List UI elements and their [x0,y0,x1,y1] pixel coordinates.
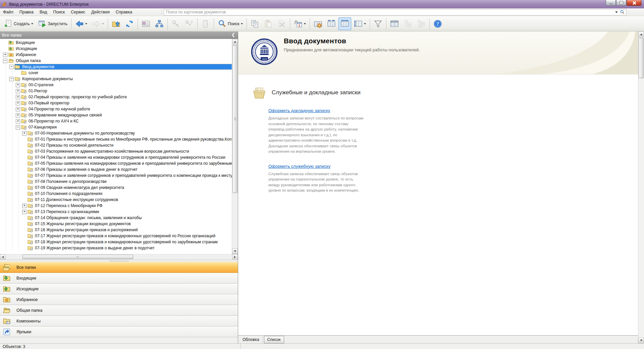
nav-item-4[interactable]: Избранное [0,294,238,305]
expander-plus-icon[interactable]: + [22,204,26,208]
scrollbar-track[interactable] [232,45,238,248]
copy-button[interactable] [249,17,261,30]
action-link-2[interactable]: Оформить служебную записку [268,164,330,169]
nav-item-5[interactable]: Общая папка [0,305,238,316]
tree-item[interactable]: 07-08 Положение о делопроизводстве [0,179,232,185]
tree-item-body[interactable]: Входящие [8,40,232,45]
tree-item-body[interactable]: 01-Ректор [21,88,232,94]
help-button[interactable]: ? [431,17,444,30]
tree-item[interactable]: −Ввод документов [0,64,232,70]
tree-item[interactable]: 07-03 Распоряжения по административно-хо… [0,148,232,154]
tree-item[interactable]: 07-10 Положения о подразделениях [0,191,232,197]
tree-item[interactable]: +03-Первый проректор [0,100,232,106]
tree-item-body[interactable]: 06-Проректор по АХЧ и КС [21,118,232,124]
run-button[interactable]: Запустить [36,17,70,30]
card-view-button[interactable] [140,17,152,30]
up-folder-button[interactable] [110,17,122,30]
fit-rows-button[interactable] [352,17,368,30]
dropdown-arrow-icon[interactable] [364,23,366,24]
orgchart-button[interactable] [153,17,166,30]
maximize-button[interactable] [616,0,626,6]
tree-item-body[interactable]: 07-17 Журнал регистрации приказов и кома… [28,233,232,239]
tree-item-body[interactable]: 07-10 Положения о подразделениях [28,191,232,196]
menu-item-1[interactable]: Файл [0,9,16,15]
tree-item[interactable]: 07-14 Обращения граждан: письма, заявлен… [0,215,232,221]
dropdown-arrow-icon[interactable] [304,23,306,24]
scrollbar-thumb[interactable] [639,38,644,78]
tree-item-body[interactable]: 07-03 Распоряжения по административно-хо… [28,149,232,154]
scroll-down-button[interactable] [638,338,644,343]
tree-item-body[interactable]: 07-07 Приказы и заявления сотрудников и … [28,173,232,178]
menu-item-7[interactable]: Справка [113,9,135,15]
menu-item-5[interactable]: Сервис [68,9,88,15]
expander-plus-icon[interactable]: + [3,53,7,57]
tree-item-body[interactable]: 07-11 Должностные инструкции сотрудников [28,197,232,202]
tree-item[interactable]: −Общая папка [0,58,232,64]
tree-item[interactable]: +02-Первый проректор, проректор по учебн… [0,94,232,100]
scrollbar-thumb[interactable] [22,255,133,259]
attach-calendar-button[interactable]: 1 [292,17,308,30]
tree-item-body[interactable]: 07-08 Положение о делопроизводстве [28,179,232,184]
tree-item[interactable]: −07-Канцелярия [0,124,232,130]
expander-plus-icon[interactable]: + [16,89,20,93]
dropdown-arrow-icon[interactable] [241,23,243,24]
dropdown-arrow-icon[interactable] [85,23,87,24]
menu-item-6[interactable]: Действия [88,9,113,15]
back-button[interactable] [73,17,89,30]
tree-item[interactable]: 07-02 Приказы по основной деятельности [0,142,232,148]
tree-item[interactable]: −Корпоративные документы [0,76,232,82]
expander-plus-icon[interactable]: + [16,113,20,117]
tree-item-body[interactable]: Избранное [8,52,232,57]
tree-item[interactable]: +04-Проректор по научной работе [0,106,232,112]
tab-cover[interactable]: Обложка [239,336,263,343]
search-button[interactable]: Поиск [216,17,245,30]
tree-item-body[interactable]: 07-19 Журнал регистрации приказов о выда… [28,245,232,251]
tree-item[interactable]: 07-01 Приказы и инструктивные письма из … [0,136,232,142]
scroll-up-button[interactable] [232,39,238,45]
menu-item-4[interactable]: Поиск [50,9,68,15]
tree-item-body[interactable]: Корпоративные документы [15,76,232,82]
tree-item[interactable]: 07-04 Приказы и заявления на командировк… [0,154,232,160]
tree-item[interactable]: Исходящие [0,46,232,52]
tree-item-body[interactable]: 07-Канцелярия [21,124,232,130]
tree-item[interactable]: Входящие [0,40,232,46]
nav-item-3[interactable]: Исходящие [0,284,238,294]
tree-item-body[interactable]: 07-02 Приказы по основной деятельности [28,143,232,148]
tree-item-body[interactable]: 07-16 Журналы регистрации приказов и рас… [28,227,232,233]
expander-minus-icon[interactable]: − [16,125,20,130]
scroll-left-button[interactable] [0,254,6,259]
tree-item-body[interactable]: 07-06 Приказы и заявления о выдаче денег… [28,167,232,172]
tree-item[interactable]: 07-06 Приказы и заявления о выдаче денег… [0,166,232,172]
tree-item[interactable]: +Избранное [0,52,232,58]
expander-minus-icon[interactable]: − [9,77,14,81]
scroll-down-button[interactable] [232,248,238,254]
tree-item-body[interactable]: 07-01 Приказы и инструктивные письма из … [28,137,232,142]
tree-item[interactable]: +00-Стратегия [0,82,232,88]
create-button[interactable]: Создать [2,17,35,30]
tree-item-body[interactable]: 07-00-Нормативные документы по делопроиз… [28,131,232,136]
expander-plus-icon[interactable]: + [16,83,20,87]
tree-vertical-scrollbar[interactable] [232,39,238,254]
tree-item-body[interactable]: 07-12 Переписка с Минобрнауки РФ [28,203,232,208]
tree-item-body[interactable]: 07-18 Журнал регистрации приказов и кома… [28,239,232,245]
tree-item[interactable]: cover [0,70,232,76]
refresh-button[interactable] [123,17,136,30]
tree-item[interactable]: +05-Управление международных связей [0,112,232,118]
expander-plus-icon[interactable]: + [16,101,20,105]
expander-plus-icon[interactable]: + [16,107,20,111]
fit-columns-button[interactable] [325,17,338,30]
tree-item-body[interactable]: 07-15 Журналы регистрации входящих докум… [28,221,232,227]
scrollbar-track[interactable] [638,37,644,338]
tree-item[interactable]: +07-12 Переписка с Минобрнауки РФ [0,203,232,209]
tree-item-body[interactable]: 03-Первый проректор [21,100,232,106]
tree-item-body[interactable]: Общая папка [8,58,232,63]
dropdown-arrow-icon[interactable] [102,23,104,24]
search-icon[interactable] [620,10,625,15]
scrollbar-thumb[interactable] [232,45,237,193]
tree-item-body[interactable]: cover [21,70,232,76]
tree-item[interactable]: 07-11 Должностные инструкции сотрудников [0,197,232,203]
tree-item[interactable]: +01-Ректор [0,88,232,94]
nav-item-7[interactable]: Ярлыки [0,327,238,337]
tree-item-body[interactable]: 05-Управление международных связей [21,112,232,118]
table-view-button[interactable] [388,17,401,30]
